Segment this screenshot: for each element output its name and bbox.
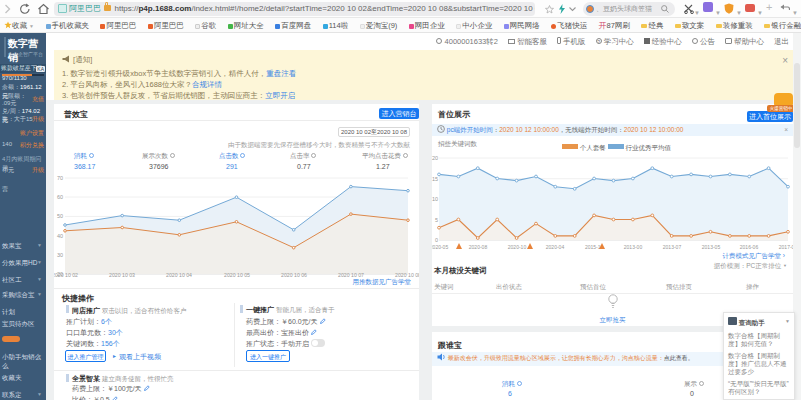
svg-text:2017-04: 2017-04 [779,244,793,250]
svg-text:2020-08: 2020-08 [469,244,488,250]
svg-text:2013-07: 2013-07 [663,244,682,250]
svg-text:20: 20 [432,155,438,161]
svg-text:0: 0 [435,237,438,243]
svg-text:2020 10 06: 2020 10 06 [281,272,307,278]
svg-text:2016-06: 2016-06 [740,244,759,250]
svg-text:2020 10 04: 2020 10 04 [166,272,192,278]
svg-text:10: 10 [432,196,438,202]
svg-text:2013-00: 2013-00 [624,244,643,250]
svg-text:2020 10 05: 2020 10 05 [224,272,250,278]
svg-text:2020-05: 2020-05 [432,244,448,250]
svg-text:15: 15 [432,176,438,182]
svg-text:2020 10 02: 2020 10 02 [54,272,78,278]
svg-text:50: 50 [57,213,63,219]
svg-text:70: 70 [57,175,63,181]
svg-text:60: 60 [57,194,63,200]
svg-text:5: 5 [435,217,438,223]
svg-text:2020-04: 2020-04 [546,244,565,250]
svg-text:40: 40 [57,233,63,239]
svg-text:2020-10: 2020-10 [508,244,527,250]
svg-text:30: 30 [57,252,63,258]
svg-text:2020 10 03: 2020 10 03 [109,272,135,278]
svg-text:2013-05: 2013-05 [702,244,721,250]
